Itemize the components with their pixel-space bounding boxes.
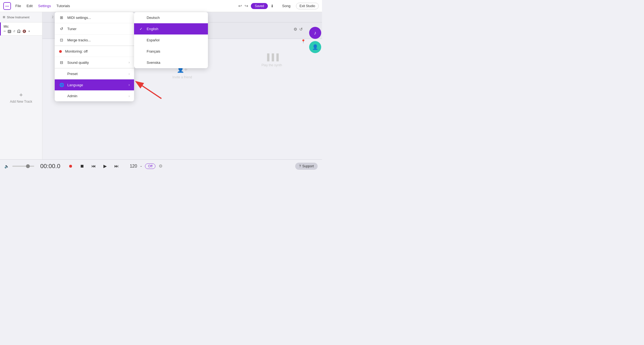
mute-icon[interactable]: 🔇 [22, 30, 26, 33]
settings-icon[interactable]: ✦ [28, 30, 30, 33]
merge-tracks-label: Merge tracks... [67, 38, 91, 42]
right-icons: ♪ 👤 📍 [308, 24, 322, 53]
add-track-plus-icon: + [19, 91, 23, 99]
show-instrument-bar[interactable]: ⊞ Show Instrument [0, 12, 42, 22]
play-synth-label: Play the synth [262, 63, 282, 67]
sound-quality-chevron: › [129, 61, 130, 64]
edit-icon[interactable]: ✏ [4, 30, 6, 33]
song-title: Song [282, 4, 290, 8]
music-icon-circle[interactable]: ♪ [309, 27, 321, 39]
monitoring-label: Monitoring: off [65, 49, 88, 53]
deutsch-label: Deutsch [147, 16, 160, 20]
rewind-button[interactable]: ⏮ [89, 162, 98, 171]
support-label: Support [302, 164, 314, 168]
tuner-item[interactable]: ↺ Tuner [55, 23, 134, 34]
support-question-icon: ? [299, 164, 301, 168]
logo-icon: — [5, 4, 9, 8]
midi-settings-item[interactable]: ⊞ MIDI settings... [55, 12, 134, 23]
track-sidebar: ⊞ Show Instrument Mic ✏ R ↺ 🎧 🔇 ✦ + Add … [0, 12, 42, 159]
monitoring-dot-icon [59, 50, 62, 53]
merge-icon: ⊡ [59, 38, 64, 42]
record-button[interactable]: ⏺ [66, 162, 75, 171]
loop-icon[interactable]: ↺ [13, 30, 15, 33]
preset-item[interactable]: Preset › [55, 68, 134, 79]
timeline-top-icons: ⚙ ↺ [294, 24, 306, 34]
lang-francais[interactable]: Français [134, 46, 208, 57]
svenska-label: Svenska [147, 61, 160, 65]
volume-icon: 🔈 [4, 164, 9, 168]
preset-left: Preset [59, 72, 78, 76]
invite-label: Invite a friend [172, 75, 192, 79]
play-synth-icon: ▐▐▐ [265, 53, 279, 61]
midi-settings-label: MIDI settings... [67, 16, 91, 20]
timeline-refresh-icon[interactable]: ↺ [299, 27, 303, 32]
add-track-label: Add New Track [10, 100, 32, 104]
fast-forward-button[interactable]: ⏭ [112, 162, 121, 171]
off-button[interactable]: Off [145, 163, 155, 169]
redo-button[interactable]: ↪ [245, 3, 248, 8]
play-synth-shortcut[interactable]: ▐▐▐ Play the synth [262, 53, 282, 67]
top-navbar: — File Edit Settings Tutorials ↩ ↪ Saved… [0, 0, 322, 12]
sound-quality-label: Sound quality [67, 61, 89, 65]
track-controls: ✏ R ↺ 🎧 🔇 ✦ [4, 30, 39, 33]
nav-settings[interactable]: Settings [38, 3, 51, 9]
nav-center-controls: ↩ ↪ Saved ⬇ Song [238, 3, 296, 9]
undo-button[interactable]: ↩ [238, 3, 242, 8]
lang-svenska[interactable]: Svenska [134, 57, 208, 68]
lang-deutsch[interactable]: Deutsch [134, 12, 208, 23]
language-label: Language [67, 83, 83, 87]
admin-label: Admin [67, 94, 77, 98]
user-avatar-icon: 👤 [312, 44, 318, 50]
language-left: 🌐 Language [59, 83, 83, 87]
sound-quality-icon: ⊟ [59, 60, 64, 65]
headphone-icon[interactable]: 🎧 [17, 30, 21, 33]
volume-slider[interactable] [12, 166, 34, 167]
admin-left: Admin [59, 94, 77, 98]
nav-file[interactable]: File [15, 3, 21, 9]
record-r-badge[interactable]: R [8, 30, 11, 33]
transport-buttons: ⏺ ⏹ ⏮ ▶ ⏭ [66, 162, 121, 171]
volume-thumb [26, 164, 30, 168]
bpm-dash: - [140, 164, 142, 169]
instrument-grid-icon: ⊞ [3, 15, 5, 19]
transport-bar: 🔈 00:00.0 ⏺ ⏹ ⏮ ▶ ⏭ 120 - Off ⚙ ? Suppor… [0, 159, 322, 173]
language-item[interactable]: 🌐 Language › [55, 79, 134, 91]
admin-item[interactable]: Admin › [55, 91, 134, 101]
app-logo[interactable]: — [3, 2, 11, 10]
add-track-area[interactable]: + Add New Track [0, 36, 42, 159]
monitoring-item[interactable]: Monitoring: off [55, 46, 134, 57]
user-icon-circle[interactable]: 👤 [309, 41, 321, 53]
saved-button[interactable]: Saved [251, 3, 268, 9]
stop-button[interactable]: ⏹ [78, 162, 86, 171]
english-label: English [147, 27, 158, 31]
language-globe-icon: 🌐 [59, 83, 64, 87]
sound-quality-item[interactable]: ⊟ Sound quality › [55, 57, 134, 68]
admin-chevron: › [129, 94, 130, 98]
timeline-settings-icon[interactable]: ⚙ [294, 27, 297, 32]
play-button[interactable]: ▶ [101, 162, 109, 171]
language-chevron: › [129, 83, 130, 87]
mic-track[interactable]: Mic ✏ R ↺ 🎧 🔇 ✦ [0, 22, 42, 36]
time-display: 00:00.0 [40, 163, 60, 170]
bpm-display: 120 [130, 164, 137, 169]
transport-gear-icon[interactable]: ⚙ [159, 163, 163, 169]
lang-espanol[interactable]: Español [134, 34, 208, 46]
lang-english[interactable]: ✓ English [134, 23, 208, 34]
support-button[interactable]: ? Support [295, 163, 318, 170]
espanol-label: Español [147, 38, 159, 42]
sound-quality-left: ⊟ Sound quality [59, 60, 89, 65]
exit-studio-button[interactable]: Exit Studio [296, 3, 319, 9]
merge-tracks-item[interactable]: ⊡ Merge tracks... [55, 34, 134, 46]
english-check-icon: ✓ [140, 27, 144, 31]
nav-menu: File Edit Settings Tutorials [15, 3, 238, 9]
language-submenu: Deutsch ✓ English Español Français Svens… [134, 12, 208, 68]
nav-edit[interactable]: Edit [27, 3, 33, 9]
music-note-icon: ♪ [314, 30, 317, 36]
download-icon[interactable]: ⬇ [271, 4, 274, 8]
timeline-right-controls: 📍 [301, 36, 306, 47]
track-name: Mic [4, 25, 39, 28]
preset-chevron: › [129, 72, 130, 76]
pin-icon[interactable]: 📍 [301, 39, 306, 44]
nav-tutorials[interactable]: Tutorials [56, 3, 70, 9]
midi-icon: ⊞ [59, 15, 64, 20]
